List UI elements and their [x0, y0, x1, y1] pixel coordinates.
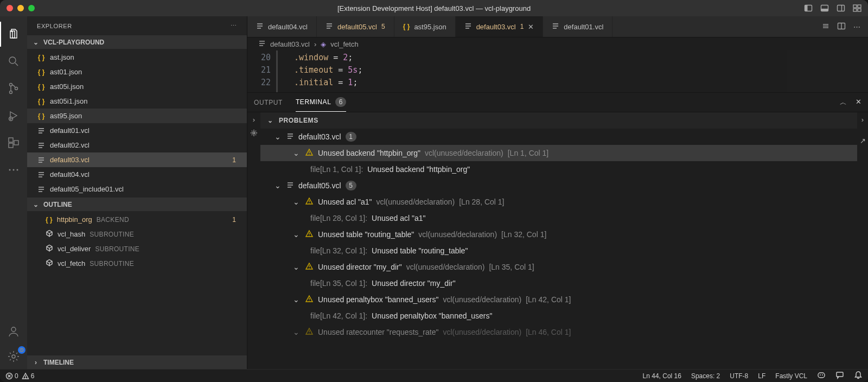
- editor-tab[interactable]: default03.vcl1✕: [456, 16, 544, 37]
- line-number: 22: [247, 77, 271, 89]
- panel-tab-output[interactable]: OUTPUT: [254, 93, 283, 112]
- editor-tab[interactable]: default01.vcl: [543, 16, 612, 37]
- code-content[interactable]: .window = 2;.timeout = 5s;.initial = 1;: [278, 50, 362, 92]
- outline-item[interactable]: vcl_deliverSUBROUTINE: [27, 241, 247, 256]
- file-tree-item[interactable]: { }ast.json: [27, 50, 247, 65]
- file-tree-item[interactable]: default03.vcl1: [27, 152, 247, 167]
- problem-detail-prefix: file[Ln 32, Col 1]:: [310, 246, 367, 255]
- problem-row[interactable]: ⌄Unused acl "a1" vcl(unused/declaration)…: [260, 194, 857, 210]
- code-line[interactable]: .window = 2;: [294, 52, 362, 64]
- problem-detail-message: Unused penaltybox "banned_users": [372, 311, 492, 320]
- file-tree-item[interactable]: { }ast95.json: [27, 109, 247, 123]
- symbol-cube-icon: [46, 259, 53, 268]
- layout-secondary-icon[interactable]: [837, 4, 845, 12]
- minimize-window-icon[interactable]: [17, 5, 24, 11]
- problem-row[interactable]: ⌄Unused penaltybox "banned_users" vcl(un…: [260, 291, 857, 308]
- svg-rect-8: [853, 9, 857, 11]
- activity-search[interactable]: [0, 49, 27, 74]
- minimap[interactable]: [787, 50, 868, 92]
- problem-detail-row[interactable]: file[Ln 28, Col 1]: Unused acl "a1": [260, 210, 857, 226]
- tab-overflow-icon[interactable]: [822, 22, 829, 31]
- activity-scm[interactable]: [0, 76, 27, 101]
- expand-right-icon[interactable]: ›: [861, 116, 864, 124]
- outline-item[interactable]: { }httpbin_orgBACKEND1: [27, 212, 247, 227]
- timeline-section-header[interactable]: › TIMELINE: [27, 355, 247, 369]
- panel-chevron-up-icon[interactable]: ︿: [840, 98, 847, 107]
- file-name: ast.json: [50, 53, 74, 61]
- problem-row[interactable]: ⌄Unused ratecounter "requests_rate" vcl(…: [260, 324, 857, 340]
- svg-point-74: [309, 268, 309, 268]
- panel-settings-icon[interactable]: [250, 129, 258, 138]
- file-tree-item[interactable]: { }ast05i.json: [27, 79, 247, 94]
- copilot-icon[interactable]: [817, 371, 826, 381]
- problem-row[interactable]: ⌄Unused director "my_dir" vcl(unused/dec…: [260, 259, 857, 275]
- problem-row[interactable]: ⌄Unused backend "httpbin_org" vcl(unused…: [260, 145, 857, 161]
- layout-panel-icon[interactable]: [820, 4, 829, 12]
- zoom-window-icon[interactable]: [28, 5, 35, 11]
- file-tree-item[interactable]: { }ast01.json: [27, 65, 247, 79]
- panel-close-icon[interactable]: ✕: [856, 98, 861, 107]
- panel-expand-icon[interactable]: ›: [253, 116, 255, 124]
- svg-rect-7: [858, 5, 861, 8]
- activity-account[interactable]: [0, 319, 27, 344]
- file-tree-item[interactable]: default01.vcl: [27, 123, 247, 138]
- tab-more-icon[interactable]: ⋯: [853, 23, 860, 31]
- panel-tab-terminal[interactable]: TERMINAL 6: [296, 93, 346, 112]
- problem-row[interactable]: ⌄Unused table "routing_table" vcl(unused…: [260, 226, 857, 243]
- open-external-icon[interactable]: ↗: [860, 137, 866, 145]
- status-eol[interactable]: LF: [758, 372, 765, 380]
- status-indent[interactable]: Spaces: 2: [691, 372, 720, 380]
- status-warnings[interactable]: 6: [22, 372, 35, 380]
- tab-badge: 1: [520, 23, 524, 30]
- problem-message: Unused penaltybox "banned_users": [318, 295, 438, 304]
- status-cursor[interactable]: Ln 44, Col 16: [643, 372, 681, 380]
- split-editor-icon[interactable]: [837, 22, 846, 32]
- line-number: 20: [247, 52, 271, 64]
- activity-explorer[interactable]: [0, 22, 27, 47]
- status-language[interactable]: Fastly VCL: [775, 372, 807, 380]
- explorer-more-icon[interactable]: ⋯: [231, 22, 237, 29]
- activity-debug[interactable]: [0, 103, 27, 128]
- outline-section-header[interactable]: ⌄ OUTLINE: [27, 198, 247, 211]
- feedback-icon[interactable]: [835, 371, 844, 381]
- svg-point-60: [253, 132, 255, 134]
- status-errors[interactable]: 0: [5, 372, 18, 380]
- status-encoding[interactable]: UTF-8: [730, 372, 748, 380]
- file-tree-item[interactable]: { }ast05i1.json: [27, 94, 247, 109]
- outline-item[interactable]: vcl_fetchSUBROUTINE: [27, 256, 247, 271]
- editor-tab[interactable]: default05.vcl5: [317, 16, 394, 37]
- close-window-icon[interactable]: [7, 5, 13, 11]
- tab-close-icon[interactable]: ✕: [528, 23, 534, 31]
- layout-primary-icon[interactable]: [804, 4, 813, 12]
- code-line[interactable]: .initial = 1;: [294, 77, 362, 89]
- tab-badge: 5: [381, 23, 385, 30]
- activity-extensions[interactable]: [0, 130, 27, 155]
- editor-tab[interactable]: { }ast95.json: [394, 16, 456, 37]
- problem-detail-row[interactable]: file[Ln 42, Col 1]: Unused penaltybox "b…: [260, 308, 857, 324]
- problem-detail-row[interactable]: file[Ln 35, Col 1]: Unused director "my_…: [260, 275, 857, 291]
- breadcrumb[interactable]: default03.vcl › ◈ vcl_fetch: [247, 37, 868, 50]
- file-tree-item[interactable]: default05_include01.vcl: [27, 182, 247, 196]
- file-tree-item[interactable]: default02.vcl: [27, 138, 247, 152]
- file-name: default02.vcl: [50, 141, 90, 149]
- outline-item[interactable]: vcl_hashSUBROUTINE: [27, 227, 247, 241]
- chevron-down-icon: ⌄: [266, 117, 275, 124]
- activity-settings[interactable]: [0, 344, 27, 369]
- line-gutter: 202122: [247, 50, 278, 92]
- file-lines-icon: [37, 142, 46, 149]
- problem-file-row[interactable]: ⌄default05.vcl5: [260, 177, 857, 194]
- file-tree-item[interactable]: default04.vcl: [27, 167, 247, 182]
- layout-custom-icon[interactable]: [853, 4, 861, 12]
- bell-icon[interactable]: [854, 371, 863, 381]
- code-editor[interactable]: 202122 .window = 2;.timeout = 5s;.initia…: [247, 50, 868, 92]
- problem-detail-row[interactable]: file[Ln 32, Col 1]: Unused table "routin…: [260, 243, 857, 259]
- problem-file-row[interactable]: ⌄default03.vcl1: [260, 129, 857, 145]
- problem-detail-row[interactable]: file[Ln 1, Col 1]: Unused backend "httpb…: [260, 161, 857, 177]
- project-section-header[interactable]: ⌄ VCL-PLAYGROUND: [27, 35, 247, 49]
- outline-kind: SUBROUTINE: [90, 231, 134, 238]
- activity-more[interactable]: [0, 157, 27, 182]
- problems-header[interactable]: ⌄ PROBLEMS: [260, 112, 857, 129]
- svg-point-85: [820, 374, 821, 375]
- editor-tab[interactable]: default04.vcl: [247, 16, 317, 37]
- code-line[interactable]: .timeout = 5s;: [294, 64, 362, 77]
